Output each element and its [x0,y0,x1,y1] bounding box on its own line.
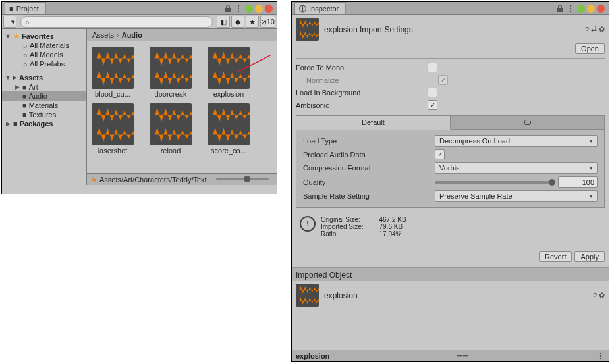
folder-icon: ■ [9,5,14,13]
minimize-icon[interactable] [245,5,253,13]
svg-point-1 [238,5,239,6]
asset-tile[interactable]: reload [148,103,194,155]
help-icon[interactable]: ? [585,26,589,34]
panel-menu-icon[interactable] [597,352,605,360]
lock-icon[interactable] [556,5,564,13]
fav-label: All Models [30,51,63,59]
svg-point-7 [600,352,601,353]
panel-controls [224,5,277,13]
revert-button[interactable]: Revert [539,251,572,262]
svg-point-2 [238,7,239,9]
inspector-tab-label: Inspector [309,5,339,13]
minimize-icon[interactable] [577,5,585,13]
asset-tile[interactable]: score_co... [206,103,252,155]
gear-icon[interactable]: ✿ [599,291,605,299]
drag-handle-icon[interactable]: ━━ [457,351,469,360]
force-to-mono-checkbox[interactable] [428,63,437,72]
imported-object-body: explosion ? ✿ [292,281,609,309]
inspector-header: explosion Import Settings ? ⇄ ✿ [292,15,609,43]
breadcrumb[interactable]: Assets › Audio [87,29,277,41]
folder-art[interactable]: ▶■Art [2,82,86,91]
fav-item-prefabs[interactable]: ⌕All Prefabs [2,59,86,68]
preload-checkbox[interactable] [435,149,445,159]
load-type-dropdown[interactable]: Decompress On Load ▾ [435,135,598,147]
close-icon[interactable] [597,5,605,13]
inspector-tab[interactable]: ⓘ Inspector [294,2,346,14]
search-input[interactable]: ⌕ [20,16,213,28]
svg-point-9 [600,357,601,359]
lock-icon[interactable] [224,5,232,13]
waveform-thumbnail [208,47,250,89]
slider-thumb[interactable] [244,176,250,182]
asset-tile[interactable]: doorcreak [148,47,194,98]
chevron-right-icon: ▶ [5,120,11,127]
maximize-icon[interactable] [587,5,595,13]
favorites-header[interactable]: ▼ ★ Favorites [2,31,86,41]
normalize-label: Normalize [296,76,438,84]
folder-audio[interactable]: ■Audio [2,91,86,101]
create-button[interactable]: + ▾ [3,16,16,28]
close-icon[interactable] [265,5,273,13]
maximize-icon[interactable] [255,5,263,13]
inspector-title: explosion Import Settings [324,25,413,34]
folder-materials[interactable]: ■Materials [2,101,86,110]
chevron-right-icon: ▶ [14,84,20,90]
ambisonic-checkbox[interactable] [428,100,437,110]
panel-menu-icon[interactable] [235,5,242,13]
panel-menu-icon[interactable] [567,5,574,13]
sample-rate-row: Sample Rate Setting Preserve Sample Rate… [299,189,601,203]
quality-value-field[interactable]: 100 [558,176,598,188]
preload-label: Preload Audio Data [303,151,435,159]
preset-icon[interactable]: ⇄ [591,25,597,34]
gear-icon[interactable]: ✿ [599,25,605,34]
folder-textures[interactable]: ■Textures [2,110,86,119]
asset-tile[interactable]: lasershot [90,103,136,155]
breadcrumb-current[interactable]: Audio [122,31,142,39]
project-tree: ▼ ★ Favorites ⌕All Materials ⌕All Models… [2,29,87,185]
waveform-thumbnail [150,47,192,89]
assets-header[interactable]: ▼ ▸ Assets [2,72,86,82]
tile-label: blood_cu... [90,90,136,98]
tab-default[interactable]: Default [296,116,451,130]
packages-header[interactable]: ▶ ■ Packages [2,119,86,128]
chevron-down-icon: ▾ [590,165,593,171]
apply-button[interactable]: Apply [574,251,605,262]
slider-thumb[interactable] [549,179,555,186]
thumbnail-size-slider[interactable] [216,178,269,180]
filter-by-label-button[interactable]: ◆ [231,16,244,28]
compression-dropdown[interactable]: Vorbis ▾ [435,162,598,174]
tile-label: doorcreak [148,90,194,98]
tab-standalone[interactable]: 🖵 [451,116,604,130]
svg-point-6 [570,10,571,11]
load-type-row: Load Type Decompress On Load ▾ [299,134,601,148]
hidden-packages-button[interactable]: ⊘ 10 [260,16,275,28]
help-icon[interactable]: ? [593,292,597,299]
asset-tile[interactable]: explosion [206,47,252,98]
tile-label: score_co... [206,147,252,155]
inspector-tabbar: ⓘ Inspector [292,2,609,15]
fav-item-materials[interactable]: ⌕All Materials [2,41,86,50]
ambisonic-row: Ambisonic [292,99,609,111]
filter-by-type-button[interactable]: ◧ [217,16,230,28]
preview-bar[interactable]: explosion ━━ [292,350,609,361]
tile-label: reload [148,147,194,155]
breadcrumb-root[interactable]: Assets [92,31,114,39]
fav-item-models[interactable]: ⌕All Models [2,50,86,59]
sample-rate-value: Preserve Sample Rate [439,192,513,200]
info-icon: ⓘ [299,4,306,14]
platform-tabs: Default 🖵 [296,116,604,130]
platform-settings-box: Default 🖵 Load Type Decompress On Load ▾… [296,115,605,208]
sample-rate-dropdown[interactable]: Preserve Sample Rate ▾ [435,190,598,202]
chevron-down-icon: ▾ [590,193,593,199]
search-icon: ⌕ [25,18,30,26]
asset-grid: blood_cu...doorcreakexplosionlasershotre… [87,41,277,173]
fav-label: All Prefabs [30,60,65,68]
save-search-button[interactable]: ★ [246,16,259,28]
load-bg-checkbox[interactable] [428,88,437,97]
asset-tile[interactable]: blood_cu... [90,47,136,98]
quality-slider[interactable] [435,181,555,184]
project-tab[interactable]: ■ Project [5,2,46,14]
assets-label: Assets [19,74,43,82]
compression-row: Compression Format Vorbis ▾ [299,161,601,175]
open-button[interactable]: Open [575,43,605,54]
